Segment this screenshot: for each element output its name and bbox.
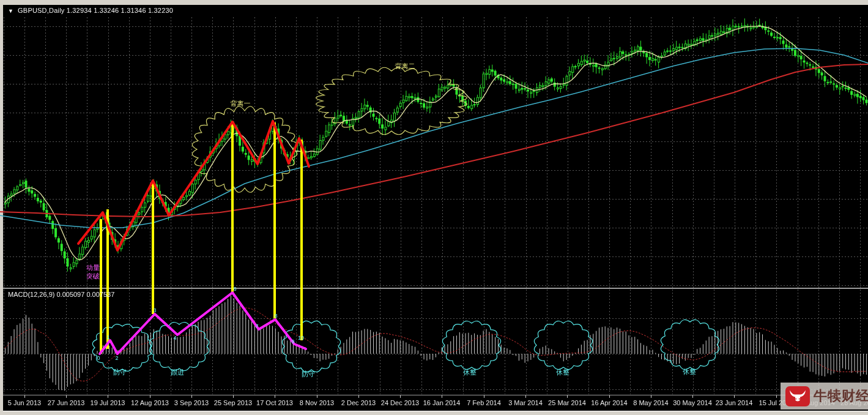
chevron-down-icon[interactable]: ▼: [8, 8, 13, 14]
mt4-chart-window: ▼GBPUSD,Daily 1.32934 1.33246 1.31346 1.…: [0, 0, 868, 415]
chart-canvas[interactable]: [0, 0, 868, 415]
